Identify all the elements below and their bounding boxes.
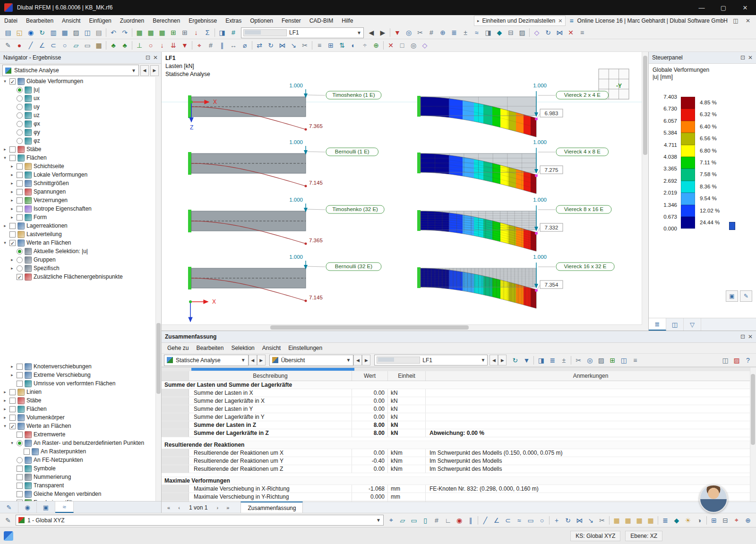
- select-special-icon[interactable]: □: [396, 40, 408, 51]
- table-row[interactable]: Summe der Lasten in Z8.00kN: [162, 421, 756, 429]
- user-avatar[interactable]: [699, 484, 728, 513]
- search-table-icon[interactable]: ◎: [584, 355, 595, 366]
- table-row[interactable]: Summe der Lagerkräfte in Y0.00kN: [162, 413, 756, 421]
- table-export-icon[interactable]: ▦: [645, 515, 656, 526]
- coordinate-system-combobox[interactable]: 1 - Global XYZ ▼: [16, 515, 384, 526]
- summary-loadcase-combobox[interactable]: LF1 ▼: [374, 355, 488, 366]
- results-tree-item[interactable]: φz: [0, 136, 161, 145]
- results-tree-item[interactable]: Aktuelle Selektion: |u|: [0, 247, 161, 255]
- results-tree-item[interactable]: ▸Lokale Verformungen: [0, 170, 161, 179]
- zoom-window-icon[interactable]: ◎: [408, 40, 419, 51]
- arc-icon[interactable]: ⊂: [502, 515, 514, 526]
- table-filter-icon[interactable]: ▦: [634, 515, 645, 526]
- expand-icon[interactable]: ▸: [2, 147, 8, 152]
- shadow-icon[interactable]: ◑: [694, 515, 705, 526]
- results-table-icon[interactable]: ▦: [145, 27, 156, 38]
- display-tree-item[interactable]: ✓Ergebniswertfilter: [0, 498, 161, 501]
- results-tree-item[interactable]: ▸Stäbe: [0, 145, 161, 153]
- radio-button[interactable]: [17, 104, 23, 110]
- menu-ergebnisse[interactable]: Ergebnisse: [184, 15, 221, 26]
- next-view-button[interactable]: ▶: [362, 355, 370, 366]
- dimension-icon[interactable]: ↔: [228, 40, 239, 51]
- checkbox[interactable]: ✓: [9, 78, 16, 85]
- arc-tool-icon[interactable]: ⊂: [48, 40, 59, 51]
- radio-button[interactable]: [17, 112, 23, 119]
- checkbox[interactable]: [9, 231, 16, 238]
- clipping-plane-icon[interactable]: ✂: [414, 27, 426, 38]
- close-navigator-icon[interactable]: ✕: [153, 54, 158, 61]
- edit-pen-tab[interactable]: ✎: [0, 502, 18, 513]
- display-tree-item[interactable]: ▸Flächen: [0, 405, 161, 413]
- checkbox[interactable]: [17, 214, 23, 221]
- checkbox[interactable]: [17, 474, 23, 480]
- summary-menu-bearbeiten[interactable]: Bearbeiten: [192, 343, 227, 353]
- checkbox[interactable]: [9, 223, 16, 229]
- panel-edit-button[interactable]: ✎: [740, 290, 752, 302]
- hinge-tool-icon[interactable]: ○: [145, 40, 156, 51]
- expand-icon[interactable]: ▸: [9, 215, 15, 220]
- loadcase-slider[interactable]: [243, 29, 287, 36]
- decimal-icon[interactable]: ±: [558, 355, 569, 366]
- results-tree-item[interactable]: ▾Flächen: [0, 153, 161, 162]
- sync-table-icon[interactable]: ↻: [509, 355, 521, 366]
- display-tree-item[interactable]: Extremwerte: [0, 430, 161, 439]
- polyline-tool-icon[interactable]: ∠: [36, 40, 48, 51]
- beam-model[interactable]: 1.0007.365Timoshenko (32 E): [188, 197, 384, 245]
- mirror-tool-icon[interactable]: ⋈: [574, 515, 585, 526]
- loadcase-combobox[interactable]: LF1 ▼: [241, 27, 364, 38]
- table-row[interactable]: Summe der Lagerkräfte in X0.00kN: [162, 397, 756, 405]
- print-table-icon[interactable]: ▨: [595, 355, 607, 366]
- next-loadcase-button[interactable]: ▶: [498, 355, 507, 366]
- factors-tab[interactable]: ◫: [666, 318, 684, 331]
- previous-analysis-button[interactable]: ◀: [249, 355, 257, 366]
- viewport-vertical-scrollbar[interactable]: [642, 52, 648, 331]
- display-tree-item[interactable]: ▸Extreme Verschiebung: [0, 371, 161, 379]
- print-icon[interactable]: ▨: [70, 27, 82, 38]
- close-summary-icon[interactable]: ✕: [748, 333, 753, 340]
- panel-toggle-icon[interactable]: ◨: [482, 27, 494, 38]
- display-eye-tab[interactable]: ◉: [18, 502, 37, 513]
- display-tree-item[interactable]: ▾✓Werte an Flächen: [0, 422, 161, 430]
- display-tree-item[interactable]: ▾An Raster- und benutzerdefinierten Punk…: [0, 439, 161, 447]
- coordinate-system-icon[interactable]: ⊕: [437, 27, 448, 38]
- help-table-icon[interactable]: ?: [742, 355, 754, 366]
- checkbox[interactable]: ✓: [17, 500, 23, 502]
- dlubal-account-icon[interactable]: ◉: [25, 27, 36, 38]
- sketch-pen-icon[interactable]: ✎: [2, 515, 14, 526]
- collapse-icon[interactable]: ▾: [2, 79, 8, 84]
- terrain-object-icon[interactable]: ♣: [119, 40, 130, 51]
- expand-icon[interactable]: ▸: [9, 266, 15, 271]
- column-header[interactable]: Anmerkungen: [426, 371, 756, 381]
- expand-icon[interactable]: ▸: [9, 373, 15, 377]
- display-tree-item[interactable]: Umrisse von verformten Flächen: [0, 379, 161, 388]
- color-scale-tab[interactable]: ≣: [649, 318, 666, 331]
- column-header[interactable]: Einheit: [388, 371, 426, 381]
- print-graphic-icon[interactable]: ▨: [516, 27, 528, 38]
- origin-icon[interactable]: ⌖: [386, 515, 397, 526]
- cad-tools-icon[interactable]: ◇: [419, 40, 430, 51]
- close-panel-icon[interactable]: ✕: [744, 17, 752, 24]
- delete-objects-icon[interactable]: ✕: [385, 40, 396, 51]
- results-tree-item[interactable]: ▸Schichtseite: [0, 162, 161, 170]
- fe-mesh-model[interactable]: 1.0006.983Viereck 2 x 4 E: [417, 83, 609, 137]
- mirror-objects-icon[interactable]: ⋈: [276, 40, 288, 51]
- summary-menu-einstellungen[interactable]: Einstellungen: [284, 343, 326, 353]
- collapse-icon[interactable]: ▾: [2, 424, 8, 428]
- polyline-icon[interactable]: ∠: [491, 515, 502, 526]
- work-plane-xy-icon[interactable]: ▱: [397, 515, 408, 526]
- expand-icon[interactable]: ▸: [9, 198, 15, 203]
- summary-menu-ansicht[interactable]: Ansicht: [258, 343, 284, 353]
- word-export-icon[interactable]: ◫: [618, 355, 629, 366]
- export-pdf-icon[interactable]: ▨: [731, 355, 742, 366]
- line-tool-icon[interactable]: ╱: [25, 40, 36, 51]
- checkbox[interactable]: [24, 449, 30, 455]
- filter-table-icon[interactable]: ▼: [521, 355, 532, 366]
- expand-icon[interactable]: ▸: [9, 364, 15, 369]
- table-vertical-scrollbar[interactable]: [750, 367, 756, 502]
- dock-table-icon[interactable]: ◫: [720, 355, 731, 366]
- checkbox[interactable]: ✓: [17, 274, 23, 280]
- radio-button[interactable]: [17, 138, 23, 144]
- beam-model[interactable]: 1.0007.145Bernoulli (32 E): [188, 254, 381, 302]
- trim-tool-icon[interactable]: ✂: [596, 515, 608, 526]
- summary-loadcase-slider[interactable]: [377, 357, 420, 364]
